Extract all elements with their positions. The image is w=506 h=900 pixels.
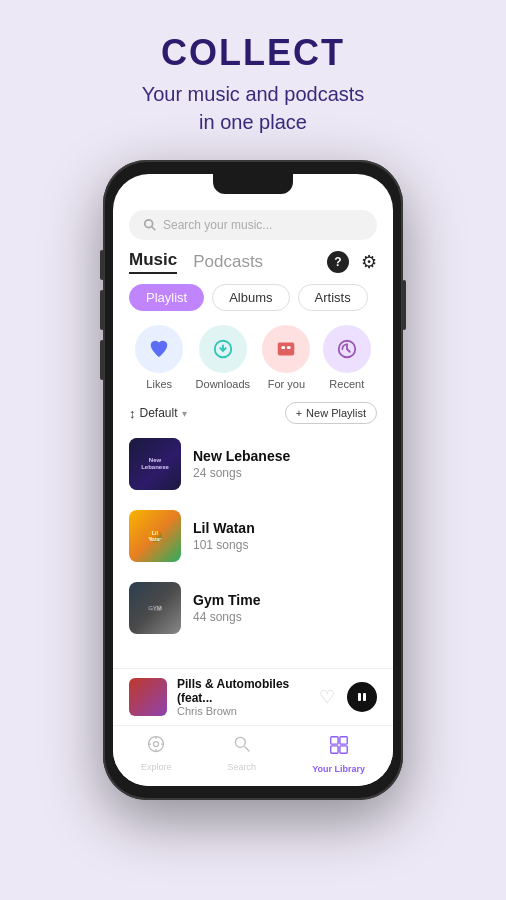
recent-circle bbox=[323, 325, 371, 373]
playlist-thumb-lil-watan: LilWatan bbox=[129, 510, 181, 562]
phone-mockup: Search your music... Music Podcasts ? ⚙ … bbox=[103, 160, 403, 800]
playlist-count-gym-time: 44 songs bbox=[193, 610, 377, 624]
header-subtitle: Your music and podcasts in one place bbox=[142, 80, 365, 136]
svg-rect-4 bbox=[282, 346, 286, 349]
screen-content: Search your music... Music Podcasts ? ⚙ … bbox=[113, 174, 393, 786]
tabs-icons: ? ⚙ bbox=[327, 251, 377, 273]
power-button bbox=[402, 280, 406, 330]
svg-point-15 bbox=[235, 737, 245, 747]
pause-button[interactable] bbox=[347, 682, 377, 712]
playlist-info-lil-watan: Lil Watan 101 songs bbox=[193, 520, 377, 552]
svg-point-10 bbox=[154, 742, 159, 747]
volume-down-button bbox=[100, 340, 104, 380]
search-bar-wrapper: Search your music... bbox=[113, 202, 393, 240]
playlist-count-lil-watan: 101 songs bbox=[193, 538, 377, 552]
playlist-item-new-lebanese[interactable]: NewLebanese New Lebanese 24 songs bbox=[113, 428, 393, 500]
now-playing-artist: Chris Brown bbox=[177, 705, 309, 717]
nav-item-explore[interactable]: Explore bbox=[141, 734, 172, 774]
sort-dropdown-arrow: ▾ bbox=[182, 408, 187, 419]
now-playing-bar[interactable]: Pills & Automobiles (feat... Chris Brown… bbox=[113, 668, 393, 725]
likes-circle bbox=[135, 325, 183, 373]
heart-button[interactable]: ♡ bbox=[319, 686, 335, 708]
foryou-icon bbox=[275, 338, 297, 360]
help-icon[interactable]: ? bbox=[327, 251, 349, 273]
tabs-row: Music Podcasts ? ⚙ bbox=[113, 240, 393, 274]
header-section: COLLECT Your music and podcasts in one p… bbox=[142, 0, 365, 152]
pill-artists[interactable]: Artists bbox=[298, 284, 368, 311]
quick-item-recent[interactable]: Recent bbox=[323, 325, 371, 390]
search-icon bbox=[143, 218, 157, 232]
foryou-label: For you bbox=[268, 378, 305, 390]
svg-rect-7 bbox=[358, 693, 361, 701]
now-playing-thumb bbox=[129, 678, 167, 716]
volume-up-button bbox=[100, 290, 104, 330]
quick-item-likes[interactable]: Likes bbox=[135, 325, 183, 390]
tab-podcasts[interactable]: Podcasts bbox=[193, 252, 263, 272]
now-playing-title: Pills & Automobiles (feat... bbox=[177, 677, 309, 705]
svg-rect-20 bbox=[339, 746, 346, 753]
notch bbox=[213, 174, 293, 194]
playlist-name-new-lebanese: New Lebanese bbox=[193, 448, 377, 464]
explore-icon bbox=[146, 734, 166, 759]
playlist-name-lil-watan: Lil Watan bbox=[193, 520, 377, 536]
library-icon bbox=[328, 734, 350, 761]
playlist-count-new-lebanese: 24 songs bbox=[193, 466, 377, 480]
svg-rect-18 bbox=[339, 737, 346, 744]
pause-icon bbox=[356, 691, 368, 703]
tab-music[interactable]: Music bbox=[129, 250, 177, 274]
svg-rect-3 bbox=[278, 343, 295, 356]
svg-rect-5 bbox=[287, 346, 291, 349]
now-playing-actions: ♡ bbox=[319, 682, 377, 712]
downloads-icon bbox=[212, 338, 234, 360]
quick-item-foryou[interactable]: For you bbox=[262, 325, 310, 390]
pill-albums[interactable]: Albums bbox=[212, 284, 289, 311]
downloads-label: Downloads bbox=[196, 378, 250, 390]
likes-label: Likes bbox=[146, 378, 172, 390]
playlist-info-new-lebanese: New Lebanese 24 songs bbox=[193, 448, 377, 480]
search-nav-icon bbox=[232, 734, 252, 759]
nav-item-library[interactable]: Your Library bbox=[312, 734, 365, 774]
playlist-list: NewLebanese New Lebanese 24 songs LilWat… bbox=[113, 428, 393, 668]
silent-button bbox=[100, 250, 104, 280]
foryou-circle bbox=[262, 325, 310, 373]
sort-selector[interactable]: ↕ Default ▾ bbox=[129, 406, 187, 421]
phone-frame: Search your music... Music Podcasts ? ⚙ … bbox=[103, 160, 403, 800]
new-playlist-label: New Playlist bbox=[306, 407, 366, 419]
bottom-nav: Explore Search bbox=[113, 725, 393, 786]
main-title: COLLECT bbox=[142, 32, 365, 74]
playlist-thumb-new-lebanese: NewLebanese bbox=[129, 438, 181, 490]
library-label: Your Library bbox=[312, 764, 365, 774]
now-playing-info: Pills & Automobiles (feat... Chris Brown bbox=[177, 677, 309, 717]
sort-row: ↕ Default ▾ + New Playlist bbox=[113, 390, 393, 428]
quick-icons-row: Likes Downloads bbox=[113, 311, 393, 390]
svg-point-0 bbox=[145, 220, 153, 228]
search-bar[interactable]: Search your music... bbox=[129, 210, 377, 240]
pill-playlist[interactable]: Playlist bbox=[129, 284, 204, 311]
gear-icon[interactable]: ⚙ bbox=[361, 251, 377, 273]
filter-pills: Playlist Albums Artists bbox=[113, 274, 393, 311]
playlist-name-gym-time: Gym Time bbox=[193, 592, 377, 608]
svg-line-16 bbox=[244, 747, 249, 752]
likes-heart-icon bbox=[148, 338, 170, 360]
sort-icon: ↕ bbox=[129, 406, 136, 421]
playlist-item-lil-watan[interactable]: LilWatan Lil Watan 101 songs bbox=[113, 500, 393, 572]
recent-label: Recent bbox=[329, 378, 364, 390]
explore-label: Explore bbox=[141, 762, 172, 772]
playlist-info-gym-time: Gym Time 44 songs bbox=[193, 592, 377, 624]
recent-icon bbox=[336, 338, 358, 360]
svg-line-1 bbox=[152, 227, 156, 231]
search-nav-label: Search bbox=[228, 762, 257, 772]
playlist-thumb-gym-time: GYM bbox=[129, 582, 181, 634]
playlist-item-gym-time[interactable]: GYM Gym Time 44 songs bbox=[113, 572, 393, 644]
svg-rect-17 bbox=[330, 737, 337, 744]
new-playlist-button[interactable]: + New Playlist bbox=[285, 402, 377, 424]
sort-label: Default bbox=[140, 406, 178, 420]
nav-item-search[interactable]: Search bbox=[228, 734, 257, 774]
quick-item-downloads[interactable]: Downloads bbox=[196, 325, 250, 390]
svg-rect-19 bbox=[330, 746, 337, 753]
svg-rect-8 bbox=[363, 693, 366, 701]
search-placeholder: Search your music... bbox=[163, 218, 272, 232]
phone-screen: Search your music... Music Podcasts ? ⚙ … bbox=[113, 174, 393, 786]
new-playlist-plus: + bbox=[296, 407, 302, 419]
downloads-circle bbox=[199, 325, 247, 373]
